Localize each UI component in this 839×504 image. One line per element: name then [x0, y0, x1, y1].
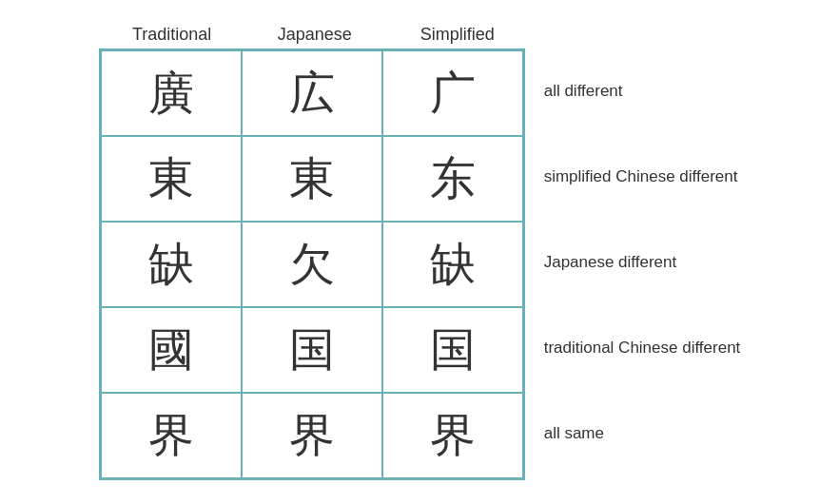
list-item: simplified Chinese different	[544, 134, 741, 220]
cell-japanese-0: 広	[242, 50, 382, 136]
cell-traditional-2: 缺	[101, 222, 242, 307]
header-simplified: Simplified	[386, 25, 529, 45]
table-row: 東東东	[101, 136, 523, 222]
cell-traditional-3: 國	[101, 307, 242, 393]
character-grid: 廣広广東東东缺欠缺國国国界界界	[99, 48, 525, 480]
header-japanese: Japanese	[244, 25, 386, 45]
cell-traditional-1: 東	[101, 136, 242, 222]
cell-traditional-0: 廣	[101, 50, 242, 136]
table-row: 廣広广	[101, 50, 523, 136]
cell-japanese-3: 国	[242, 307, 382, 393]
list-item: all different	[544, 48, 741, 134]
cell-simplified-4: 界	[382, 393, 523, 478]
header-traditional: Traditional	[101, 25, 244, 45]
list-item: traditional Chinese different	[544, 305, 741, 391]
table-row: 國国国	[101, 307, 523, 393]
cell-japanese-2: 欠	[242, 222, 382, 307]
list-item: all same	[544, 391, 741, 476]
cell-simplified-2: 缺	[382, 222, 523, 307]
cell-japanese-4: 界	[242, 393, 382, 478]
column-headers: Traditional Japanese Simplified	[101, 25, 529, 45]
table-row: 界界界	[101, 393, 523, 478]
cell-japanese-1: 東	[242, 136, 382, 222]
cell-simplified-0: 广	[382, 50, 523, 136]
cell-simplified-1: 东	[382, 136, 523, 222]
list-item: Japanese different	[544, 220, 741, 305]
cell-simplified-3: 国	[382, 307, 523, 393]
labels-column: all differentsimplified Chinese differen…	[544, 48, 741, 476]
table-area: 廣広广東東东缺欠缺國国国界界界 all differentsimplified …	[99, 48, 741, 480]
main-container: Traditional Japanese Simplified 廣広广東東东缺欠…	[61, 6, 779, 499]
table-row: 缺欠缺	[101, 222, 523, 307]
cell-traditional-4: 界	[101, 393, 242, 478]
